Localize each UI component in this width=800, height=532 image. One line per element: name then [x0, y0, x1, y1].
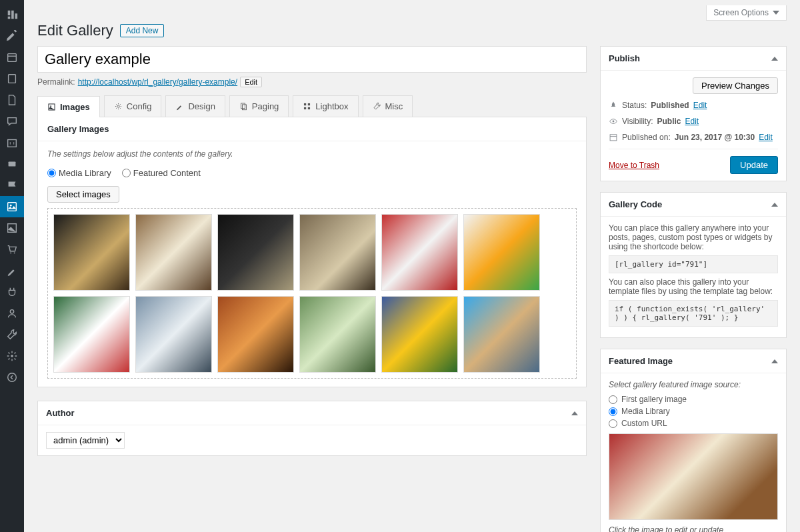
shortcode-box[interactable]: [rl_gallery id="791"] [609, 255, 778, 273]
visibility-value: Public [657, 117, 681, 126]
update-button[interactable]: Update [730, 156, 778, 174]
screen-options-label: Screen Options [713, 8, 769, 17]
permalink-edit-button[interactable]: Edit [240, 77, 262, 87]
thumbnail[interactable] [463, 214, 540, 291]
chevron-up-icon [771, 359, 778, 363]
tab-misc[interactable]: Misc [363, 95, 413, 117]
permalink-label: Permalink: [37, 77, 75, 87]
svg-rect-2 [9, 75, 16, 83]
svg-point-12 [10, 310, 13, 313]
nav-appearance[interactable] [0, 260, 24, 281]
status-value: Published [651, 101, 689, 110]
featured-image-preview[interactable] [609, 433, 778, 520]
svg-point-16 [50, 105, 51, 107]
wrench-icon [373, 102, 381, 111]
nav-comments[interactable] [0, 111, 24, 132]
svg-rect-22 [304, 107, 306, 109]
php-code-box[interactable]: if ( function_exists( 'rl_gallery' ) ) {… [609, 300, 778, 327]
author-panel-toggle[interactable]: Author [38, 401, 586, 425]
featured-opt-url[interactable]: Custom URL [609, 419, 778, 428]
nav-collapse[interactable] [0, 367, 24, 388]
preview-changes-button[interactable]: Preview Changes [693, 77, 778, 94]
svg-point-11 [14, 253, 15, 254]
source-featured-content[interactable]: Featured Content [122, 168, 201, 178]
thumbnail[interactable] [299, 296, 376, 373]
nav-events[interactable] [0, 47, 24, 68]
source-media-library[interactable]: Media Library [47, 168, 111, 178]
nav-settings[interactable] [0, 345, 24, 367]
template-intro: You can also place this gallery into you… [609, 277, 778, 296]
thumbnail[interactable] [381, 296, 458, 373]
calendar-icon [609, 133, 618, 142]
screen-options-toggle[interactable]: Screen Options [706, 5, 787, 21]
thumbnail[interactable] [53, 296, 130, 373]
edit-status-link[interactable]: Edit [693, 101, 707, 110]
featured-opt-first[interactable]: First gallery image [609, 395, 778, 404]
permalink-link[interactable]: http://localhost/wp/rl_gallery/gallery-e… [78, 77, 237, 87]
thumbnail[interactable] [135, 214, 212, 291]
svg-rect-18 [241, 103, 245, 109]
nav-pages[interactable] [0, 89, 24, 111]
nav-media[interactable] [0, 217, 24, 239]
svg-rect-25 [610, 135, 617, 141]
thumbnail[interactable] [135, 296, 212, 373]
chevron-down-icon [773, 11, 779, 15]
nav-users[interactable] [0, 303, 24, 324]
nav-generic-1[interactable] [0, 68, 24, 89]
gallery-code-toggle[interactable]: Gallery Code [601, 193, 786, 217]
thumbnail[interactable] [299, 214, 376, 291]
move-to-trash-link[interactable]: Move to Trash [609, 161, 659, 170]
add-new-button[interactable]: Add New [120, 24, 165, 37]
chevron-up-icon [571, 411, 578, 415]
chevron-up-icon [771, 57, 778, 61]
svg-rect-0 [8, 54, 17, 62]
svg-rect-23 [308, 107, 310, 109]
tab-design[interactable]: Design [165, 95, 225, 117]
eye-icon [609, 117, 618, 126]
nav-posts[interactable] [0, 25, 24, 47]
svg-point-24 [613, 121, 615, 123]
nav-generic-2[interactable] [0, 153, 24, 175]
edit-date-link[interactable]: Edit [759, 133, 773, 142]
edit-visibility-link[interactable]: Edit [685, 117, 699, 126]
nav-gallery[interactable] [0, 196, 24, 217]
svg-rect-7 [8, 203, 17, 211]
tab-paging[interactable]: Paging [229, 95, 289, 117]
svg-rect-6 [9, 161, 16, 166]
image-icon [47, 103, 56, 111]
thumbnail[interactable] [53, 214, 130, 291]
tab-config[interactable]: Config [104, 95, 162, 117]
thumbnail-grid [53, 214, 571, 373]
shortcode-intro: You can place this gallery anywhere into… [609, 223, 778, 251]
svg-rect-21 [308, 103, 310, 105]
gallery-hint: The settings below adjust the contents o… [47, 149, 577, 159]
nav-plugins[interactable] [0, 281, 24, 303]
nav-calendar[interactable] [0, 132, 24, 153]
nav-generic-3[interactable] [0, 175, 24, 196]
svg-point-14 [8, 373, 17, 382]
svg-point-10 [10, 253, 11, 254]
post-title-input[interactable] [37, 46, 587, 73]
admin-sidebar [0, 0, 24, 532]
publish-panel-toggle[interactable]: Publish [601, 47, 786, 71]
brush-icon [175, 102, 184, 111]
thumbnail[interactable] [217, 214, 294, 291]
settings-tabs: Images Config Design Paging Lightbox Mis… [37, 95, 587, 117]
grid-icon [303, 102, 311, 111]
author-select[interactable]: admin (admin) [46, 432, 125, 449]
featured-image-toggle[interactable]: Featured Image [601, 349, 786, 373]
pin-icon [609, 101, 618, 110]
nav-tools[interactable] [0, 324, 24, 345]
featured-opt-media[interactable]: Media Library [609, 407, 778, 416]
select-images-button[interactable]: Select images [47, 186, 119, 203]
thumbnail[interactable] [463, 296, 540, 373]
svg-point-8 [10, 205, 12, 207]
nav-dashboard[interactable] [0, 4, 24, 25]
tab-images[interactable]: Images [37, 96, 100, 117]
tab-lightbox[interactable]: Lightbox [293, 95, 358, 117]
gear-icon [114, 102, 123, 111]
thumbnail[interactable] [217, 296, 294, 373]
nav-shop[interactable] [0, 239, 24, 260]
published-date: Jun 23, 2017 @ 10:30 [675, 133, 755, 142]
thumbnail[interactable] [381, 214, 458, 291]
